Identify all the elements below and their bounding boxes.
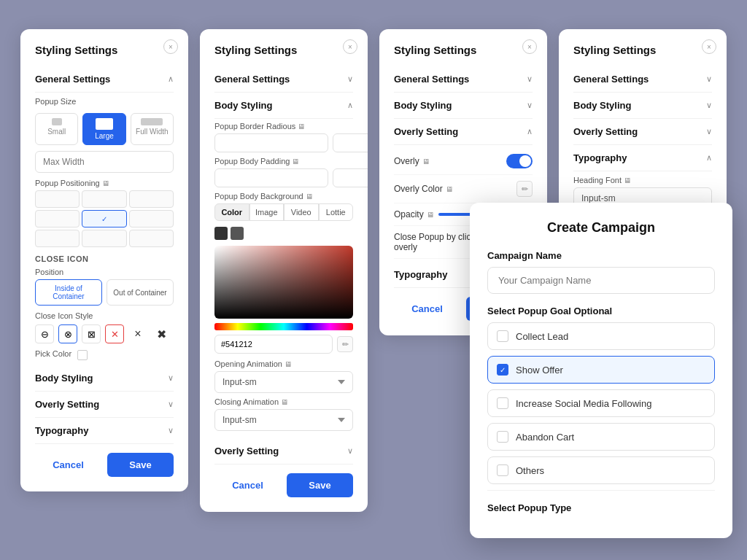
pick-color-checkbox[interactable] — [77, 350, 88, 360]
chevron-up-1: ∧ — [168, 74, 174, 84]
panel-3-close[interactable]: × — [522, 39, 537, 54]
size-small[interactable]: Small — [35, 113, 78, 145]
option-others[interactable]: Others — [487, 456, 715, 484]
tab-video[interactable]: Video — [284, 203, 319, 221]
panel-4-close[interactable]: × — [702, 39, 716, 54]
pos-top-left[interactable] — [35, 190, 80, 208]
body-bg-label: Popup Body Background 🖥 — [214, 192, 353, 201]
typography-header-4[interactable]: Typography ∧ — [573, 145, 712, 171]
typo-label-3: Typography — [394, 269, 447, 280]
hex-input[interactable] — [214, 335, 333, 354]
color-spectrum-bar[interactable] — [214, 323, 353, 330]
cancel-button-1[interactable]: Cancel — [35, 453, 101, 477]
panel-3-title: Styling Settings — [394, 44, 533, 56]
popup-type-label: Select Popup Type — [487, 502, 715, 513]
size-large[interactable]: Large — [82, 113, 125, 145]
others-checkbox[interactable] — [497, 464, 508, 476]
color-edit-button[interactable]: ✏ — [337, 336, 353, 352]
general-settings-header-3[interactable]: General Settings ∨ — [394, 66, 533, 93]
icon-plain-x[interactable]: × — [128, 324, 147, 343]
create-campaign-modal: Create Campaign Campaign Name Select Pop… — [470, 203, 732, 538]
pos-mid-right[interactable] — [129, 210, 174, 228]
option-abandon-cart[interactable]: Abandon Cart — [487, 423, 715, 451]
panel-4-title: Styling Settings — [573, 44, 712, 56]
pos-mid-left[interactable] — [35, 210, 80, 228]
overly-toggle[interactable] — [506, 154, 533, 168]
outside-container-btn[interactable]: Out of Container — [107, 279, 174, 306]
body-styling-header-2[interactable]: Body Styling ∧ — [214, 93, 353, 119]
opacity-monitor: 🖥 — [427, 211, 434, 219]
campaign-name-input[interactable] — [487, 267, 715, 294]
pos-top-center[interactable] — [82, 190, 126, 208]
general-settings-header-2[interactable]: General Settings ∨ — [214, 66, 353, 93]
body-styling-header-4[interactable]: Body Styling ∨ — [573, 93, 712, 119]
pick-color-label: Pick Color — [35, 349, 71, 358]
general-settings-header-1[interactable]: General Settings ∧ — [35, 66, 174, 93]
pos-bot-right[interactable] — [129, 230, 174, 247]
pos-top-right[interactable] — [129, 190, 174, 208]
overly-color-edit[interactable]: ✏ — [516, 181, 533, 197]
typo-chevron-1: ∨ — [168, 426, 174, 435]
tab-lottie[interactable]: Lottie — [319, 203, 354, 221]
pos-check-icon: ✓ — [101, 215, 107, 223]
pos-bot-left[interactable] — [35, 230, 80, 247]
typography-header-1[interactable]: Typography ∨ — [35, 418, 174, 444]
option-show-offer[interactable]: ✓ Show Offer — [487, 356, 715, 384]
icon-bold-x[interactable]: ✖ — [152, 324, 171, 343]
body-label-4: Body Styling — [573, 100, 631, 111]
abandon-cart-checkbox[interactable] — [497, 431, 508, 443]
size-full-width[interactable]: Full Width — [131, 113, 174, 145]
max-width-input[interactable] — [35, 151, 174, 173]
border-radius-input-2[interactable] — [333, 133, 368, 152]
chevron-2-general: ∨ — [347, 74, 353, 84]
opening-animation-select[interactable]: Input-sm — [214, 371, 353, 393]
body-padding-input-2[interactable] — [333, 168, 368, 187]
body-styling-header-1[interactable]: Body Styling ∨ — [35, 365, 174, 392]
tab-color[interactable]: Color — [214, 203, 249, 221]
overly-setting-header-4[interactable]: Overly Setting ∨ — [573, 119, 712, 145]
chevron-4-body: ∨ — [706, 101, 712, 110]
positioning-label: Popup Positioning 🖥 — [35, 179, 174, 187]
opacity-label: Opacity 🖥 — [394, 209, 434, 219]
overly-setting-header-1[interactable]: Overly Setting ∨ — [35, 392, 174, 418]
pos-bot-center[interactable] — [82, 230, 126, 247]
inside-container-btn[interactable]: Inside of Container — [35, 279, 102, 306]
panel-1-close[interactable]: × — [163, 39, 178, 54]
social-media-checkbox[interactable] — [497, 397, 508, 409]
tab-image[interactable]: Image — [249, 203, 285, 221]
icon-circle-x[interactable]: ⊖ — [35, 324, 54, 343]
save-button-1[interactable]: Save — [107, 453, 174, 477]
option-collect-lead[interactable]: Collect Lead — [487, 322, 715, 350]
option-social-media[interactable]: Increase Social Media Following — [487, 389, 715, 417]
general-settings-header-4[interactable]: General Settings ∨ — [573, 66, 712, 93]
icon-red-x[interactable]: ✕ — [105, 324, 124, 343]
pos-mid-center[interactable]: ✓ — [82, 210, 126, 228]
cancel-button-3[interactable]: Cancel — [394, 297, 460, 321]
close-icon-section: CLOSE ICON Position Inside of Container … — [35, 254, 174, 361]
size-full-icon — [141, 118, 163, 125]
closing-animation-select[interactable]: Input-sm — [214, 409, 353, 431]
panel-2-footer: Cancel Save — [214, 464, 353, 497]
body-padding-label: Popup Body Padding 🖥 — [214, 157, 353, 166]
icon-filled-x[interactable]: ⊗ — [58, 324, 77, 343]
show-offer-checkbox[interactable]: ✓ — [497, 364, 508, 376]
cancel-button-2[interactable]: Cancel — [214, 473, 281, 497]
swatch-medium[interactable] — [231, 227, 244, 240]
collect-lead-checkbox[interactable] — [497, 330, 508, 342]
chevron-3-body: ∨ — [527, 101, 533, 110]
color-picker-canvas[interactable] — [214, 246, 353, 319]
size-large-icon — [96, 118, 113, 130]
panel-2-close[interactable]: × — [343, 39, 357, 54]
border-radius-input-1[interactable] — [214, 133, 328, 152]
overly-setting-header-3[interactable]: Overly Setting ∧ — [394, 119, 533, 145]
body-padding-input-1[interactable] — [214, 168, 328, 187]
swatch-dark[interactable] — [214, 227, 228, 240]
save-button-2[interactable]: Save — [287, 473, 353, 497]
body-styling-label-2: Body Styling — [214, 100, 272, 111]
body-styling-label-1: Body Styling — [35, 373, 93, 384]
close-icon-style-label: Close Icon Style — [35, 311, 174, 320]
overly-color-row: Overly Color 🖥 ✏ — [394, 175, 533, 203]
body-styling-header-3[interactable]: Body Styling ∨ — [394, 93, 533, 119]
overly-setting-header-2[interactable]: Overly Setting ∨ — [214, 438, 353, 464]
icon-box-x[interactable]: ⊠ — [82, 324, 101, 343]
